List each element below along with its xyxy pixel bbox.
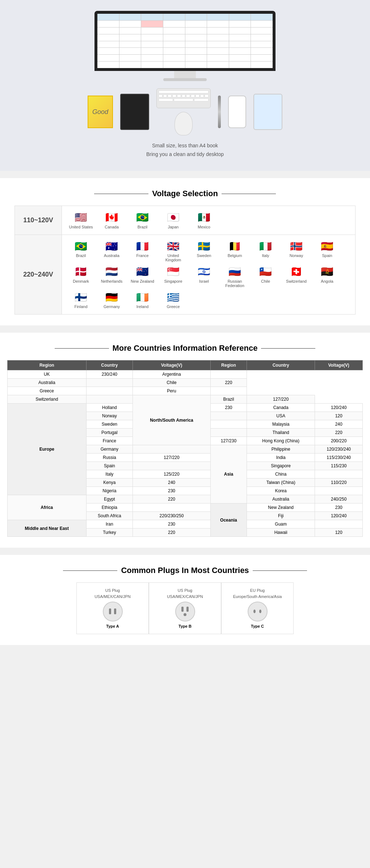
country-cell-right: India bbox=[247, 454, 315, 462]
country-cell-right: China bbox=[247, 470, 315, 479]
country-cell-left: Germany bbox=[86, 445, 133, 454]
country-cell-left: Russia bbox=[86, 454, 133, 462]
countries-table: Region Country Voltage(V) Region Country… bbox=[7, 360, 363, 537]
flag-netherlands: 🇳🇱Netherlands bbox=[98, 266, 125, 283]
voltage-cell-right: 115/230/240 bbox=[315, 454, 363, 462]
voltage-table: 110~120V 🇺🇸 United States 🇨🇦 Canada 🇧🇷 B… bbox=[14, 206, 356, 315]
voltage-cell-left: 240 bbox=[133, 479, 211, 487]
flag-greece: 🇬🇷Greece bbox=[160, 291, 187, 309]
table-row: AustraliaChile220 bbox=[8, 379, 363, 387]
flag-japan: 🇯🇵 Japan bbox=[160, 211, 187, 229]
country-cell-left: France bbox=[86, 437, 133, 445]
table-row: GreecePeru bbox=[8, 387, 363, 395]
col-region-right: Region bbox=[210, 361, 247, 370]
country-cell-left: Turkey bbox=[86, 528, 133, 537]
voltage-cell-left: 127/220 bbox=[133, 454, 211, 462]
voltage-label-110: 110~120V bbox=[15, 206, 62, 235]
voltage-cell-left: 127/230 bbox=[210, 437, 247, 445]
voltage-cell-right: 220 bbox=[315, 429, 363, 437]
region-cell-left: Europe bbox=[8, 404, 87, 495]
plug-b-diagram bbox=[171, 601, 199, 622]
voltage-cell-left bbox=[86, 387, 133, 395]
voltage-cell-right bbox=[210, 370, 247, 379]
voltage-cell-right: 115/230 bbox=[315, 462, 363, 470]
country-cell-left: Kenya bbox=[86, 479, 133, 487]
table-row: UK230/240Argentina bbox=[8, 370, 363, 379]
flag-spain: 🇪🇸Spain bbox=[314, 240, 341, 258]
voltage-cell-left: 125/220 bbox=[133, 470, 211, 479]
country-cell-right: Chile bbox=[133, 379, 211, 387]
flag-finland: 🇫🇮Finland bbox=[67, 291, 94, 309]
country-cell-right: Philippine bbox=[247, 445, 315, 454]
country-cell-left: Iran bbox=[86, 520, 133, 528]
hero-text-2: Bring you a clean and tidy desktop bbox=[7, 151, 363, 157]
table-row: Middle and Near EastIran230Guam bbox=[8, 520, 363, 528]
plug-c-diagram bbox=[243, 601, 272, 622]
voltage-cell-left: 220 bbox=[133, 495, 211, 503]
phone-image bbox=[228, 96, 246, 128]
tablet-image bbox=[253, 94, 282, 130]
countries-section: More Countries Information Reference Reg… bbox=[0, 333, 370, 548]
region-cell-right: North/South America bbox=[133, 395, 211, 445]
country-cell-right: Malaysia bbox=[247, 420, 315, 429]
country-cell-left: Sweden bbox=[86, 420, 133, 429]
voltage-cell-right bbox=[315, 470, 363, 479]
notebook-image: Good bbox=[88, 96, 113, 128]
flag-russia: 🇷🇺Russian Federation bbox=[221, 266, 248, 288]
mouse-image bbox=[175, 112, 193, 135]
voltage-cell-right: 120/240 bbox=[315, 512, 363, 520]
hero-section: Good Small size, less than A4 book Bring… bbox=[0, 0, 370, 171]
region-cell-left: Africa bbox=[8, 495, 87, 520]
flag-italy: 🇮🇹Italy bbox=[252, 240, 279, 258]
flag-israel: 🇮🇱Israel bbox=[190, 266, 218, 283]
voltage-cell-right: 200/220 bbox=[315, 437, 363, 445]
country-cell-right: Argentina bbox=[133, 370, 211, 379]
voltage-cell-right: 220 bbox=[210, 379, 247, 387]
country-cell-right: Fiji bbox=[247, 512, 315, 520]
hero-monitor-image bbox=[94, 11, 276, 81]
voltage-cell-left: 220/230/250 bbox=[133, 512, 211, 520]
flag-ireland: 🇮🇪Ireland bbox=[129, 291, 156, 309]
country-cell-left: Italy bbox=[86, 470, 133, 479]
col-voltage-right: Voltage(V) bbox=[315, 361, 363, 370]
flag-singapore: 🇸🇬Singapore bbox=[160, 266, 187, 283]
flag-sweden: 🇸🇪Sweden bbox=[190, 240, 218, 258]
country-cell-left: UK bbox=[8, 370, 87, 379]
voltage-section-title: Voltage Selection bbox=[14, 189, 356, 198]
col-voltage-left: Voltage(V) bbox=[133, 361, 211, 370]
voltage-cell-left bbox=[210, 420, 247, 429]
country-cell-left: Switzerland bbox=[8, 395, 87, 404]
plugs-section-title: Common Plugs In Most Countries bbox=[7, 566, 363, 575]
flag-australia: 🇦🇺Australia bbox=[98, 240, 125, 258]
voltage-cell-left: 230 bbox=[210, 404, 247, 412]
voltage-cell-left bbox=[86, 395, 133, 404]
plugs-display: US Plug USA/MEX/CAN/JPN Type A US Plug U… bbox=[7, 582, 363, 634]
voltage-cell-left: 230/240 bbox=[86, 370, 133, 379]
country-cell-left: South Africa bbox=[86, 512, 133, 520]
voltage-cell-left: 220 bbox=[133, 528, 211, 537]
keyboard-image bbox=[156, 88, 211, 108]
flag-angola: 🇦🇴Angola bbox=[314, 266, 341, 283]
voltage-flags-220: 🇧🇷Brazil 🇦🇺Australia 🇫🇷France 🇬🇧United K… bbox=[62, 235, 355, 315]
voltage-cell-right: 230 bbox=[315, 503, 363, 512]
countries-section-title: More Countries Information Reference bbox=[7, 344, 363, 353]
country-cell-left: Holland bbox=[86, 404, 133, 412]
voltage-cell-left bbox=[210, 429, 247, 437]
plug-type-c: EU Plug Europe/South America/Asia Type C bbox=[221, 582, 294, 634]
country-cell-right: Hawaii bbox=[247, 528, 315, 537]
table-row: SwitzerlandNorth/South AmericaBrazil127/… bbox=[8, 395, 363, 404]
flag-chile: 🇨🇱Chile bbox=[252, 266, 279, 283]
mini-pc-image bbox=[120, 94, 149, 130]
country-cell-right: USA bbox=[247, 412, 315, 420]
region-cell-right: Asia bbox=[210, 445, 247, 503]
plug-type-b: US Plug USA/MEX/CAN/JPN Type B bbox=[149, 582, 221, 634]
country-cell-right: Brazil bbox=[210, 395, 247, 404]
col-region-left: Region bbox=[8, 361, 87, 370]
voltage-cell-right: 240/250 bbox=[315, 495, 363, 503]
flag-denmark: 🇩🇰Denmark bbox=[67, 266, 94, 283]
voltage-cell-right: 127/220 bbox=[247, 395, 315, 404]
country-cell-left: Portugal bbox=[86, 429, 133, 437]
voltage-cell-right bbox=[315, 487, 363, 495]
country-cell-left: Australia bbox=[8, 379, 87, 387]
plugs-section: Common Plugs In Most Countries US Plug U… bbox=[0, 555, 370, 645]
